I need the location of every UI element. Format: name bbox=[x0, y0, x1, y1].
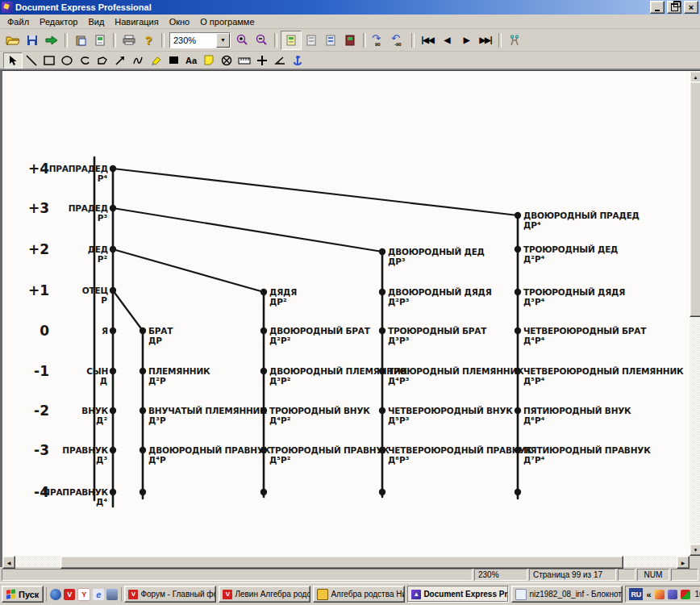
combo-dropdown-icon[interactable]: ▼ bbox=[216, 33, 230, 48]
minimize-button[interactable] bbox=[650, 1, 665, 14]
taskbar-task-levin[interactable]: V Левин Алгебра родств... bbox=[219, 586, 310, 603]
diagram-node-dot bbox=[110, 246, 116, 252]
zoom-select[interactable]: 230% ▼ bbox=[169, 32, 231, 48]
next-page-icon: ▶ bbox=[464, 35, 469, 44]
next-page-button[interactable]: ▶ bbox=[456, 31, 476, 49]
highlighter-tool[interactable] bbox=[147, 53, 165, 68]
internet-explorer-icon[interactable]: e bbox=[93, 589, 104, 600]
print-button[interactable] bbox=[119, 31, 139, 49]
link-tool[interactable] bbox=[289, 53, 306, 68]
menu-file[interactable]: Файл bbox=[2, 16, 34, 27]
tray-messenger-icon[interactable] bbox=[668, 590, 677, 599]
num-lock-label: NUM bbox=[644, 570, 663, 579]
vertical-scroll-thumb[interactable] bbox=[690, 81, 700, 317]
menu-editor[interactable]: Редактор bbox=[35, 16, 82, 27]
layout-book-button[interactable] bbox=[340, 31, 360, 49]
window-icon[interactable] bbox=[106, 589, 118, 600]
diagram-line bbox=[113, 249, 264, 292]
diagram-node-dot bbox=[379, 248, 385, 255]
language-indicator[interactable]: RU bbox=[629, 588, 643, 600]
arrow-icon bbox=[115, 55, 126, 66]
cross-tool[interactable] bbox=[253, 53, 271, 68]
export-arrow-icon bbox=[45, 35, 58, 45]
freehand-tool[interactable] bbox=[129, 53, 147, 68]
rotate-ccw-button[interactable]: ↶-90 bbox=[389, 31, 408, 49]
status-message-panel bbox=[2, 569, 473, 581]
menu-about[interactable]: О программе bbox=[195, 16, 259, 27]
printer-icon bbox=[123, 35, 135, 45]
tray-antivirus-icon[interactable] bbox=[681, 590, 690, 599]
scroll-left-button[interactable]: ◀ bbox=[2, 556, 15, 569]
thumbnails-button[interactable] bbox=[90, 31, 110, 49]
diagram-node-dot bbox=[260, 447, 267, 453]
vertical-scrollbar[interactable]: ▲ ▼ bbox=[690, 71, 700, 556]
diagram-node-dot bbox=[110, 489, 116, 495]
toolbar-separator bbox=[161, 33, 165, 48]
rotate-cw-button[interactable]: ↷90 bbox=[369, 31, 389, 49]
horizontal-scroll-thumb[interactable] bbox=[60, 556, 623, 569]
diagram-node-dot bbox=[515, 212, 521, 219]
menu-bar: Файл Редактор Вид Навигация Окно О прогр… bbox=[0, 15, 700, 29]
zoom-out-icon bbox=[256, 34, 268, 46]
diagram-node-dot bbox=[140, 368, 146, 374]
taskbar-clock[interactable]: 16:33 bbox=[694, 590, 700, 599]
ruler-tool[interactable] bbox=[235, 53, 253, 68]
document-page[interactable]: +4+3+2+10-1-2-3-4ПРАПРАДЕДР⁴ПРАДЕДР³ДЕДР… bbox=[2, 71, 690, 556]
select-tool[interactable] bbox=[3, 52, 23, 69]
diagram-node-dot bbox=[110, 287, 116, 294]
solid-rectangle-tool[interactable] bbox=[165, 53, 182, 68]
tray-chevron-icon[interactable]: « bbox=[646, 590, 651, 599]
menu-window[interactable]: Окно bbox=[165, 16, 195, 27]
diagram-node-formula: Д⁵Р⁴ bbox=[523, 376, 545, 386]
polygon-tool[interactable] bbox=[94, 53, 111, 68]
restore-button[interactable] bbox=[667, 1, 681, 14]
arrow-tool[interactable] bbox=[111, 53, 129, 68]
vivaldi-icon[interactable]: V bbox=[64, 589, 75, 600]
open-button[interactable] bbox=[3, 31, 23, 49]
scale-tick-label: +1 bbox=[28, 282, 49, 298]
taskbar-task-forum[interactable]: V Форум - Главный фору... bbox=[124, 586, 216, 603]
text-tool[interactable]: Aa bbox=[182, 53, 200, 68]
prev-page-button[interactable]: ◀ bbox=[437, 31, 456, 49]
save-button[interactable] bbox=[23, 31, 42, 49]
hyperlink-area-tool[interactable] bbox=[218, 53, 235, 68]
tray-alert-icon[interactable] bbox=[655, 590, 665, 599]
ellipse-icon bbox=[61, 56, 73, 65]
document-area: +4+3+2+10-1-2-3-4ПРАПРАДЕДР⁴ПРАДЕДР³ДЕДР… bbox=[0, 70, 700, 567]
line-tool[interactable] bbox=[23, 53, 40, 68]
curve-tool[interactable] bbox=[76, 53, 94, 68]
zoom-in-button[interactable] bbox=[232, 31, 252, 49]
angle-tool[interactable] bbox=[271, 53, 289, 68]
layout-continuous-button[interactable] bbox=[321, 31, 340, 49]
ellipse-tool[interactable] bbox=[58, 53, 76, 68]
rectangle-tool[interactable] bbox=[40, 53, 58, 68]
menu-view[interactable]: Вид bbox=[83, 16, 109, 27]
menu-navigation[interactable]: Навигация bbox=[110, 16, 163, 27]
diagram-node-label: ТРОЮРОДНЫЙ ПРАВНУК bbox=[269, 445, 390, 455]
yandex-icon[interactable]: Y bbox=[77, 588, 90, 601]
first-page-button[interactable]: |◀◀ bbox=[418, 31, 437, 49]
taskbar-task-document-express[interactable]: ▴ Document Express Pr... bbox=[407, 586, 509, 603]
close-button[interactable]: × bbox=[684, 1, 698, 14]
scroll-down-button[interactable]: ▼ bbox=[690, 544, 700, 556]
paste-button[interactable] bbox=[71, 31, 90, 49]
diagram-node-formula: Р⁴ bbox=[98, 173, 108, 183]
layout-facing-button[interactable] bbox=[302, 31, 321, 49]
export-button[interactable] bbox=[42, 31, 61, 49]
browser-globe-icon[interactable] bbox=[50, 589, 61, 600]
help-button[interactable]: ? bbox=[139, 31, 158, 49]
last-page-button[interactable]: ▶▶| bbox=[476, 31, 495, 49]
toolbar-separator bbox=[411, 33, 415, 48]
layout-single-button[interactable] bbox=[281, 31, 302, 50]
zoom-out-button[interactable] bbox=[252, 31, 271, 49]
scroll-right-button[interactable]: ▶ bbox=[677, 556, 690, 569]
diagram-node-label: ДЯДЯ bbox=[269, 287, 297, 297]
toolbar-separator bbox=[363, 33, 366, 48]
sticky-note-tool[interactable] bbox=[200, 53, 218, 68]
start-button[interactable]: Пуск bbox=[2, 586, 44, 603]
djvu-deer-button[interactable] bbox=[505, 31, 524, 49]
taskbar-task-folder[interactable]: Алгебра родства НиК ... bbox=[313, 586, 405, 603]
horizontal-scrollbar[interactable]: ◀ ▶ bbox=[2, 556, 690, 567]
taskbar-task-notepad[interactable]: niz1982_08_inf - Блокнот bbox=[511, 586, 623, 603]
vivaldi-icon: V bbox=[128, 590, 138, 599]
